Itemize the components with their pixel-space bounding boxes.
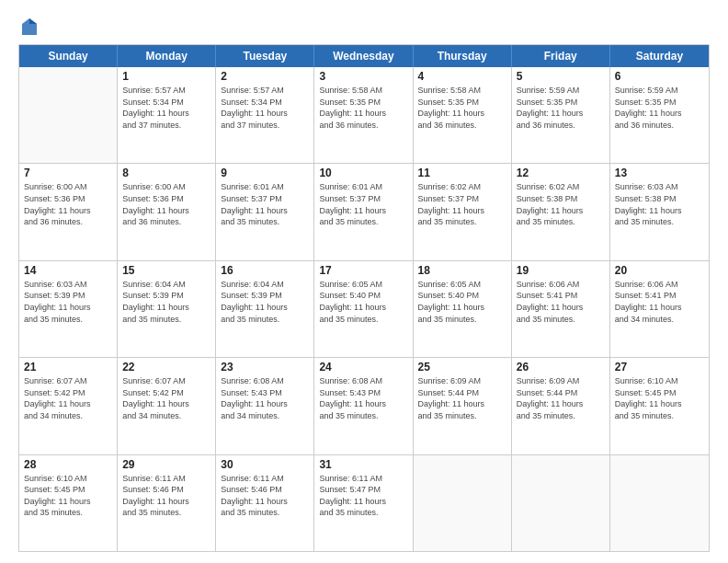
cell-date-number: 8 <box>122 167 210 179</box>
cell-date-number: 26 <box>517 361 605 373</box>
cell-date-number: 14 <box>24 264 112 277</box>
cell-info-text: Sunrise: 6:07 AM Sunset: 5:42 PM Dayligh… <box>24 375 112 421</box>
cell-date-number: 25 <box>418 361 506 373</box>
calendar-cell: 9Sunrise: 6:01 AM Sunset: 5:37 PM Daylig… <box>216 164 314 259</box>
calendar-cell: 19Sunrise: 6:06 AM Sunset: 5:41 PM Dayli… <box>512 261 610 357</box>
calendar-cell <box>414 455 512 551</box>
calendar-cell: 17Sunrise: 6:05 AM Sunset: 5:40 PM Dayli… <box>314 261 413 357</box>
cell-info-text: Sunrise: 6:00 AM Sunset: 5:36 PM Dayligh… <box>24 181 112 227</box>
calendar-cell: 11Sunrise: 6:02 AM Sunset: 5:37 PM Dayli… <box>414 164 512 259</box>
cell-info-text: Sunrise: 6:09 AM Sunset: 5:44 PM Dayligh… <box>418 375 506 421</box>
weekday-header-thursday: Thursday <box>414 45 512 67</box>
cell-date-number: 21 <box>24 361 112 373</box>
calendar-cell: 10Sunrise: 6:01 AM Sunset: 5:37 PM Dayli… <box>314 164 413 259</box>
cell-info-text: Sunrise: 6:03 AM Sunset: 5:39 PM Dayligh… <box>24 279 112 325</box>
calendar-cell: 13Sunrise: 6:03 AM Sunset: 5:38 PM Dayli… <box>610 164 709 259</box>
calendar-cell: 6Sunrise: 5:59 AM Sunset: 5:35 PM Daylig… <box>610 67 709 163</box>
cell-info-text: Sunrise: 6:06 AM Sunset: 5:41 PM Dayligh… <box>615 279 704 325</box>
calendar-cell: 31Sunrise: 6:11 AM Sunset: 5:47 PM Dayli… <box>314 455 413 551</box>
calendar-cell: 16Sunrise: 6:04 AM Sunset: 5:39 PM Dayli… <box>216 261 314 357</box>
weekday-header-friday: Friday <box>512 45 610 67</box>
calendar-cell: 8Sunrise: 6:00 AM Sunset: 5:36 PM Daylig… <box>118 164 216 259</box>
cell-info-text: Sunrise: 5:59 AM Sunset: 5:35 PM Dayligh… <box>615 85 704 131</box>
calendar-row-4: 28Sunrise: 6:10 AM Sunset: 5:45 PM Dayli… <box>19 455 709 551</box>
calendar-cell <box>19 67 118 163</box>
calendar-cell <box>512 455 610 551</box>
calendar-row-1: 7Sunrise: 6:00 AM Sunset: 5:36 PM Daylig… <box>19 164 709 260</box>
cell-info-text: Sunrise: 6:11 AM Sunset: 5:47 PM Dayligh… <box>319 473 407 519</box>
weekday-header-tuesday: Tuesday <box>216 45 314 67</box>
cell-date-number: 27 <box>615 361 704 373</box>
cell-info-text: Sunrise: 6:03 AM Sunset: 5:38 PM Dayligh… <box>615 181 704 227</box>
calendar-cell <box>610 455 709 551</box>
cell-date-number: 12 <box>517 167 605 179</box>
cell-info-text: Sunrise: 6:05 AM Sunset: 5:40 PM Dayligh… <box>418 279 506 325</box>
cell-info-text: Sunrise: 6:11 AM Sunset: 5:46 PM Dayligh… <box>221 473 309 519</box>
cell-info-text: Sunrise: 5:57 AM Sunset: 5:34 PM Dayligh… <box>122 85 210 131</box>
cell-info-text: Sunrise: 5:58 AM Sunset: 5:35 PM Dayligh… <box>418 85 506 131</box>
calendar-header-row: SundayMondayTuesdayWednesdayThursdayFrid… <box>19 45 709 67</box>
cell-date-number: 20 <box>615 264 704 277</box>
calendar-cell: 21Sunrise: 6:07 AM Sunset: 5:42 PM Dayli… <box>19 358 118 454</box>
cell-date-number: 28 <box>24 458 112 471</box>
cell-date-number: 9 <box>221 167 309 179</box>
cell-info-text: Sunrise: 6:10 AM Sunset: 5:45 PM Dayligh… <box>615 375 704 421</box>
logo-icon <box>20 17 39 37</box>
calendar-cell: 3Sunrise: 5:58 AM Sunset: 5:35 PM Daylig… <box>314 67 413 163</box>
calendar-cell: 7Sunrise: 6:00 AM Sunset: 5:36 PM Daylig… <box>19 164 118 259</box>
cell-date-number: 18 <box>418 264 506 277</box>
cell-info-text: Sunrise: 5:57 AM Sunset: 5:34 PM Dayligh… <box>221 85 309 131</box>
calendar-cell: 23Sunrise: 6:08 AM Sunset: 5:43 PM Dayli… <box>216 358 314 454</box>
logo <box>18 17 40 37</box>
calendar-cell: 29Sunrise: 6:11 AM Sunset: 5:46 PM Dayli… <box>118 455 216 551</box>
cell-date-number: 15 <box>122 264 210 277</box>
cell-date-number: 22 <box>122 361 210 373</box>
cell-info-text: Sunrise: 6:05 AM Sunset: 5:40 PM Dayligh… <box>319 279 407 325</box>
cell-date-number: 1 <box>122 70 210 83</box>
cell-date-number: 24 <box>319 361 407 373</box>
calendar-cell: 25Sunrise: 6:09 AM Sunset: 5:44 PM Dayli… <box>414 358 512 454</box>
cell-info-text: Sunrise: 6:01 AM Sunset: 5:37 PM Dayligh… <box>319 181 407 227</box>
weekday-header-wednesday: Wednesday <box>314 45 413 67</box>
cell-date-number: 16 <box>221 264 309 277</box>
cell-info-text: Sunrise: 6:08 AM Sunset: 5:43 PM Dayligh… <box>319 375 407 421</box>
calendar-row-2: 14Sunrise: 6:03 AM Sunset: 5:39 PM Dayli… <box>19 261 709 358</box>
cell-date-number: 6 <box>615 70 704 83</box>
calendar-cell: 18Sunrise: 6:05 AM Sunset: 5:40 PM Dayli… <box>414 261 512 357</box>
calendar-cell: 14Sunrise: 6:03 AM Sunset: 5:39 PM Dayli… <box>19 261 118 357</box>
cell-info-text: Sunrise: 6:08 AM Sunset: 5:43 PM Dayligh… <box>221 375 309 421</box>
calendar-cell: 5Sunrise: 5:59 AM Sunset: 5:35 PM Daylig… <box>512 67 610 163</box>
cell-date-number: 4 <box>418 70 506 83</box>
calendar-cell: 12Sunrise: 6:02 AM Sunset: 5:38 PM Dayli… <box>512 164 610 259</box>
weekday-header-saturday: Saturday <box>610 45 709 67</box>
cell-info-text: Sunrise: 5:59 AM Sunset: 5:35 PM Dayligh… <box>517 85 605 131</box>
cell-info-text: Sunrise: 6:04 AM Sunset: 5:39 PM Dayligh… <box>122 279 210 325</box>
header <box>18 17 710 37</box>
cell-info-text: Sunrise: 5:58 AM Sunset: 5:35 PM Dayligh… <box>319 85 407 131</box>
cell-date-number: 23 <box>221 361 309 373</box>
calendar-cell: 2Sunrise: 5:57 AM Sunset: 5:34 PM Daylig… <box>216 67 314 163</box>
cell-date-number: 3 <box>319 70 407 83</box>
page: SundayMondayTuesdayWednesdayThursdayFrid… <box>0 0 728 563</box>
cell-info-text: Sunrise: 6:00 AM Sunset: 5:36 PM Dayligh… <box>122 181 210 227</box>
cell-date-number: 19 <box>517 264 605 277</box>
calendar-cell: 28Sunrise: 6:10 AM Sunset: 5:45 PM Dayli… <box>19 455 118 551</box>
weekday-header-sunday: Sunday <box>19 45 118 67</box>
calendar-cell: 26Sunrise: 6:09 AM Sunset: 5:44 PM Dayli… <box>512 358 610 454</box>
cell-info-text: Sunrise: 6:07 AM Sunset: 5:42 PM Dayligh… <box>122 375 210 421</box>
cell-date-number: 30 <box>221 458 309 471</box>
calendar-cell: 22Sunrise: 6:07 AM Sunset: 5:42 PM Dayli… <box>118 358 216 454</box>
cell-info-text: Sunrise: 6:11 AM Sunset: 5:46 PM Dayligh… <box>122 473 210 519</box>
calendar-row-3: 21Sunrise: 6:07 AM Sunset: 5:42 PM Dayli… <box>19 358 709 454</box>
calendar: SundayMondayTuesdayWednesdayThursdayFrid… <box>18 44 710 552</box>
calendar-cell: 24Sunrise: 6:08 AM Sunset: 5:43 PM Dayli… <box>314 358 413 454</box>
calendar-cell: 15Sunrise: 6:04 AM Sunset: 5:39 PM Dayli… <box>118 261 216 357</box>
cell-info-text: Sunrise: 6:04 AM Sunset: 5:39 PM Dayligh… <box>221 279 309 325</box>
calendar-cell: 27Sunrise: 6:10 AM Sunset: 5:45 PM Dayli… <box>610 358 709 454</box>
cell-date-number: 13 <box>615 167 704 179</box>
cell-date-number: 2 <box>221 70 309 83</box>
cell-date-number: 10 <box>319 167 407 179</box>
svg-marker-1 <box>29 18 37 24</box>
calendar-body: 1Sunrise: 5:57 AM Sunset: 5:34 PM Daylig… <box>19 67 709 551</box>
cell-date-number: 5 <box>517 70 605 83</box>
